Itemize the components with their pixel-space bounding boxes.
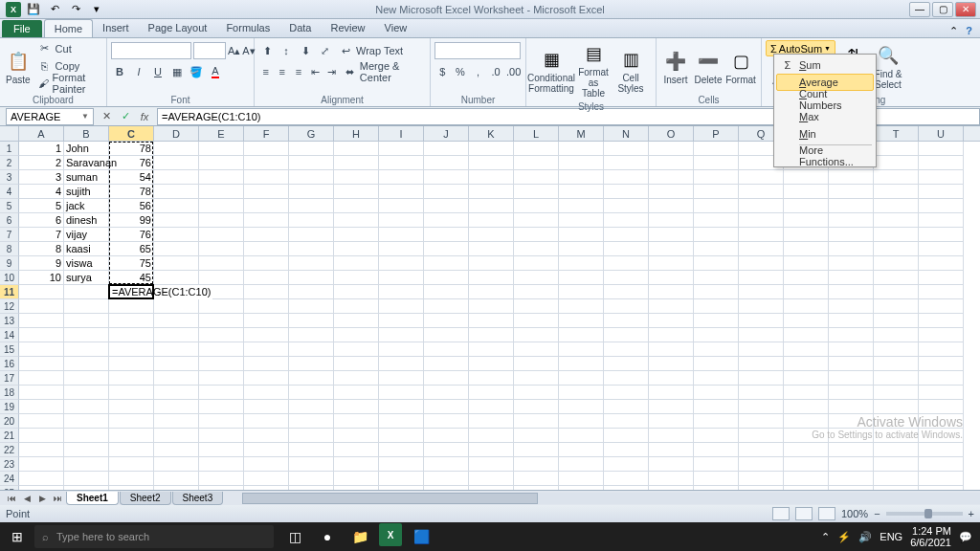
cell-A7[interactable]: 7	[19, 228, 64, 242]
col-header-J[interactable]: J	[424, 126, 469, 141]
autosum-item-count-numbers[interactable]: Count Numbers	[776, 91, 874, 108]
col-header-N[interactable]: N	[604, 126, 649, 141]
row-header-19[interactable]: 19	[0, 400, 19, 414]
cell-T9[interactable]	[874, 256, 919, 271]
cell-D20[interactable]	[154, 414, 199, 429]
col-header-U[interactable]: U	[919, 126, 964, 141]
cell-N10[interactable]	[604, 271, 649, 285]
cell-H6[interactable]	[334, 213, 379, 228]
cell-S9[interactable]	[829, 256, 874, 271]
col-header-G[interactable]: G	[289, 126, 334, 141]
cell-U2[interactable]	[919, 156, 964, 170]
cell-O1[interactable]	[649, 142, 694, 156]
cell-U4[interactable]	[919, 185, 964, 199]
sheet-tab-sheet1[interactable]: Sheet1	[66, 492, 119, 505]
cell-T5[interactable]	[874, 199, 919, 213]
cell-P12[interactable]	[694, 299, 739, 314]
cell-A24[interactable]	[19, 472, 64, 486]
cell-E16[interactable]	[199, 357, 244, 371]
cells[interactable]: 1John782Saravanan763suman544sujith785jac…	[19, 142, 964, 499]
cell-D3[interactable]	[154, 170, 199, 185]
col-header-A[interactable]: A	[19, 126, 64, 141]
cut-button[interactable]: ✂Cut	[34, 40, 102, 56]
cell-D12[interactable]	[154, 299, 199, 314]
cell-A8[interactable]: 8	[19, 242, 64, 256]
cell-Q19[interactable]	[739, 400, 784, 414]
cell-N23[interactable]	[604, 457, 649, 472]
cell-P19[interactable]	[694, 400, 739, 414]
cell-G14[interactable]	[289, 328, 334, 342]
cell-E22[interactable]	[199, 443, 244, 457]
cell-U5[interactable]	[919, 199, 964, 213]
cell-A5[interactable]: 5	[19, 199, 64, 213]
cell-Q12[interactable]	[739, 299, 784, 314]
cell-F17[interactable]	[244, 371, 289, 386]
cell-I18[interactable]	[379, 386, 424, 400]
tray-clock[interactable]: 1:24 PM 6/6/2021	[910, 525, 951, 548]
cell-L6[interactable]	[514, 213, 559, 228]
page-break-view-icon[interactable]	[818, 507, 835, 520]
row-header-23[interactable]: 23	[0, 457, 19, 472]
cell-K23[interactable]	[469, 457, 514, 472]
cell-O15[interactable]	[649, 342, 694, 357]
fill-color-button[interactable]: 🪣	[188, 63, 205, 80]
cell-G22[interactable]	[289, 443, 334, 457]
cell-F21[interactable]	[244, 429, 289, 443]
currency-icon[interactable]: $	[434, 63, 451, 80]
cell-I8[interactable]	[379, 242, 424, 256]
cell-D15[interactable]	[154, 342, 199, 357]
cell-R9[interactable]	[784, 256, 829, 271]
cell-L11[interactable]	[514, 285, 559, 299]
cell-C9[interactable]: 75	[109, 256, 154, 271]
cell-U15[interactable]	[919, 342, 964, 357]
cell-C19[interactable]	[109, 400, 154, 414]
cell-R8[interactable]	[784, 242, 829, 256]
tray-notifications-icon[interactable]: 💬	[959, 531, 972, 543]
cell-F2[interactable]	[244, 156, 289, 170]
cell-T16[interactable]	[874, 357, 919, 371]
cell-P9[interactable]	[694, 256, 739, 271]
cell-R22[interactable]	[784, 443, 829, 457]
cell-S7[interactable]	[829, 228, 874, 242]
cell-G15[interactable]	[289, 342, 334, 357]
cell-N5[interactable]	[604, 199, 649, 213]
cell-P21[interactable]	[694, 429, 739, 443]
cell-I24[interactable]	[379, 472, 424, 486]
cell-K22[interactable]	[469, 443, 514, 457]
zoom-level[interactable]: 100%	[841, 508, 868, 519]
cell-L23[interactable]	[514, 457, 559, 472]
row-header-5[interactable]: 5	[0, 199, 19, 213]
cell-U6[interactable]	[919, 213, 964, 228]
cell-S6[interactable]	[829, 213, 874, 228]
cell-P2[interactable]	[694, 156, 739, 170]
cell-N18[interactable]	[604, 386, 649, 400]
cell-J24[interactable]	[424, 472, 469, 486]
cell-F16[interactable]	[244, 357, 289, 371]
cell-D9[interactable]	[154, 256, 199, 271]
cell-S16[interactable]	[829, 357, 874, 371]
cell-I14[interactable]	[379, 328, 424, 342]
cell-Q13[interactable]	[739, 314, 784, 328]
cell-B13[interactable]	[64, 314, 109, 328]
sheet-nav-last-icon[interactable]: ⏭	[50, 492, 65, 505]
cell-O24[interactable]	[649, 472, 694, 486]
cell-U13[interactable]	[919, 314, 964, 328]
cell-D21[interactable]	[154, 429, 199, 443]
comma-icon[interactable]: ,	[470, 63, 486, 80]
cell-D8[interactable]	[154, 242, 199, 256]
cell-I11[interactable]	[379, 285, 424, 299]
normal-view-icon[interactable]	[772, 507, 790, 520]
qat-customize-icon[interactable]: ▾	[88, 2, 105, 17]
cell-P10[interactable]	[694, 271, 739, 285]
taskbar-app2-icon[interactable]: 🟦	[408, 523, 434, 550]
excel-taskbar-icon[interactable]: X	[379, 523, 402, 546]
cell-H4[interactable]	[334, 185, 379, 199]
cell-K10[interactable]	[469, 271, 514, 285]
cell-H15[interactable]	[334, 342, 379, 357]
align-top-icon[interactable]: ⬆	[258, 42, 276, 59]
cell-A21[interactable]	[19, 429, 64, 443]
cell-C3[interactable]: 54	[109, 170, 154, 185]
col-header-O[interactable]: O	[649, 126, 694, 141]
cell-U7[interactable]	[919, 228, 964, 242]
cell-C6[interactable]: 99	[109, 213, 154, 228]
